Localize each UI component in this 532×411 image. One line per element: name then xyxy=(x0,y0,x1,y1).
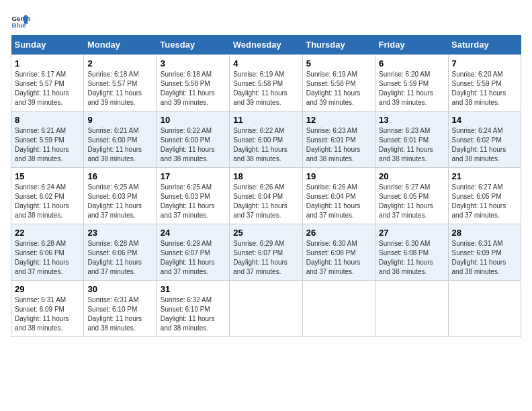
logo-icon: General Blue xyxy=(11,11,30,30)
calendar-week-1: 1 Sunrise: 6:17 AMSunset: 5:57 PMDayligh… xyxy=(11,55,521,111)
calendar-cell xyxy=(302,281,375,337)
calendar-cell xyxy=(448,281,521,337)
calendar-cell: 25 Sunrise: 6:29 AMSunset: 6:07 PMDaylig… xyxy=(230,224,302,281)
logo: General Blue xyxy=(11,11,30,30)
column-header-sunday: Sunday xyxy=(11,35,84,55)
calendar-table: SundayMondayTuesdayWednesdayThursdayFrid… xyxy=(11,35,521,337)
day-number: 6 xyxy=(379,58,444,68)
day-info: Sunrise: 6:18 AMSunset: 5:57 PMDaylight:… xyxy=(87,71,142,106)
calendar-cell: 9 Sunrise: 6:21 AMSunset: 6:00 PMDayligh… xyxy=(84,111,157,168)
calendar-week-2: 8 Sunrise: 6:21 AMSunset: 5:59 PMDayligh… xyxy=(11,111,521,168)
calendar-cell: 19 Sunrise: 6:26 AMSunset: 6:04 PMDaylig… xyxy=(302,168,375,224)
day-info: Sunrise: 6:17 AMSunset: 5:57 PMDaylight:… xyxy=(15,71,69,106)
calendar-cell: 28 Sunrise: 6:31 AMSunset: 6:09 PMDaylig… xyxy=(448,224,521,281)
day-info: Sunrise: 6:23 AMSunset: 6:01 PMDaylight:… xyxy=(306,127,361,163)
day-number: 9 xyxy=(87,115,152,125)
day-number: 31 xyxy=(161,284,226,294)
calendar-cell: 29 Sunrise: 6:31 AMSunset: 6:09 PMDaylig… xyxy=(11,281,84,337)
day-info: Sunrise: 6:21 AMSunset: 5:59 PMDaylight:… xyxy=(15,127,69,163)
page-header: General Blue xyxy=(11,11,521,30)
day-number: 21 xyxy=(452,171,517,181)
day-number: 18 xyxy=(233,171,298,181)
day-info: Sunrise: 6:21 AMSunset: 6:00 PMDaylight:… xyxy=(87,127,142,163)
calendar-week-4: 22 Sunrise: 6:28 AMSunset: 6:06 PMDaylig… xyxy=(11,224,521,281)
calendar-cell: 22 Sunrise: 6:28 AMSunset: 6:06 PMDaylig… xyxy=(11,224,84,281)
calendar-cell: 7 Sunrise: 6:20 AMSunset: 5:59 PMDayligh… xyxy=(448,55,521,111)
day-number: 23 xyxy=(87,228,152,238)
day-info: Sunrise: 6:24 AMSunset: 6:02 PMDaylight:… xyxy=(15,183,69,219)
calendar-cell: 30 Sunrise: 6:31 AMSunset: 6:10 PMDaylig… xyxy=(84,281,157,337)
day-number: 8 xyxy=(15,115,80,125)
day-number: 2 xyxy=(87,58,152,68)
day-info: Sunrise: 6:23 AMSunset: 6:01 PMDaylight:… xyxy=(379,127,433,163)
header-row: SundayMondayTuesdayWednesdayThursdayFrid… xyxy=(11,35,521,55)
day-info: Sunrise: 6:28 AMSunset: 6:06 PMDaylight:… xyxy=(15,240,69,275)
day-info: Sunrise: 6:18 AMSunset: 5:58 PMDaylight:… xyxy=(161,71,215,106)
day-info: Sunrise: 6:20 AMSunset: 5:59 PMDaylight:… xyxy=(452,71,506,106)
day-info: Sunrise: 6:29 AMSunset: 6:07 PMDaylight:… xyxy=(233,240,287,275)
column-header-thursday: Thursday xyxy=(302,35,375,55)
day-number: 3 xyxy=(161,58,226,68)
calendar-cell: 11 Sunrise: 6:22 AMSunset: 6:00 PMDaylig… xyxy=(230,111,302,168)
calendar-cell: 18 Sunrise: 6:26 AMSunset: 6:04 PMDaylig… xyxy=(230,168,302,224)
day-number: 14 xyxy=(452,115,517,125)
calendar-cell xyxy=(230,281,302,337)
column-header-saturday: Saturday xyxy=(448,35,521,55)
day-info: Sunrise: 6:22 AMSunset: 6:00 PMDaylight:… xyxy=(161,127,215,163)
calendar-cell: 13 Sunrise: 6:23 AMSunset: 6:01 PMDaylig… xyxy=(375,111,448,168)
calendar-cell: 6 Sunrise: 6:20 AMSunset: 5:59 PMDayligh… xyxy=(375,55,448,111)
column-header-friday: Friday xyxy=(375,35,448,55)
calendar-cell: 5 Sunrise: 6:19 AMSunset: 5:58 PMDayligh… xyxy=(302,55,375,111)
calendar-cell: 14 Sunrise: 6:24 AMSunset: 6:02 PMDaylig… xyxy=(448,111,521,168)
day-number: 12 xyxy=(306,115,371,125)
column-header-monday: Monday xyxy=(84,35,157,55)
day-number: 4 xyxy=(233,58,298,68)
calendar-cell: 8 Sunrise: 6:21 AMSunset: 5:59 PMDayligh… xyxy=(11,111,84,168)
calendar-cell: 1 Sunrise: 6:17 AMSunset: 5:57 PMDayligh… xyxy=(11,55,84,111)
day-number: 5 xyxy=(306,58,371,68)
day-info: Sunrise: 6:20 AMSunset: 5:59 PMDaylight:… xyxy=(379,71,433,106)
calendar-cell: 27 Sunrise: 6:30 AMSunset: 6:08 PMDaylig… xyxy=(375,224,448,281)
day-number: 22 xyxy=(15,228,80,238)
day-number: 29 xyxy=(15,284,80,294)
calendar-cell: 17 Sunrise: 6:25 AMSunset: 6:03 PMDaylig… xyxy=(157,168,229,224)
day-number: 1 xyxy=(15,58,80,68)
day-number: 16 xyxy=(87,171,152,181)
day-number: 20 xyxy=(379,171,444,181)
day-number: 28 xyxy=(452,228,517,238)
day-info: Sunrise: 6:25 AMSunset: 6:03 PMDaylight:… xyxy=(87,183,142,219)
calendar-cell: 24 Sunrise: 6:29 AMSunset: 6:07 PMDaylig… xyxy=(157,224,229,281)
calendar-cell: 31 Sunrise: 6:32 AMSunset: 6:10 PMDaylig… xyxy=(157,281,229,337)
calendar-cell: 2 Sunrise: 6:18 AMSunset: 5:57 PMDayligh… xyxy=(84,55,157,111)
day-info: Sunrise: 6:28 AMSunset: 6:06 PMDaylight:… xyxy=(87,240,142,275)
calendar-cell: 26 Sunrise: 6:30 AMSunset: 6:08 PMDaylig… xyxy=(302,224,375,281)
day-number: 26 xyxy=(306,228,371,238)
day-info: Sunrise: 6:19 AMSunset: 5:58 PMDaylight:… xyxy=(233,71,287,106)
calendar-week-5: 29 Sunrise: 6:31 AMSunset: 6:09 PMDaylig… xyxy=(11,281,521,337)
day-number: 17 xyxy=(161,171,226,181)
day-number: 27 xyxy=(379,228,444,238)
day-info: Sunrise: 6:26 AMSunset: 6:04 PMDaylight:… xyxy=(306,183,361,219)
day-number: 10 xyxy=(161,115,226,125)
day-info: Sunrise: 6:31 AMSunset: 6:09 PMDaylight:… xyxy=(15,296,69,332)
day-number: 25 xyxy=(233,228,298,238)
day-info: Sunrise: 6:30 AMSunset: 6:08 PMDaylight:… xyxy=(379,240,433,275)
day-info: Sunrise: 6:29 AMSunset: 6:07 PMDaylight:… xyxy=(161,240,215,275)
day-info: Sunrise: 6:31 AMSunset: 6:09 PMDaylight:… xyxy=(452,240,506,275)
day-number: 13 xyxy=(379,115,444,125)
day-number: 15 xyxy=(15,171,80,181)
day-number: 11 xyxy=(233,115,298,125)
calendar-cell: 20 Sunrise: 6:27 AMSunset: 6:05 PMDaylig… xyxy=(375,168,448,224)
calendar-cell: 12 Sunrise: 6:23 AMSunset: 6:01 PMDaylig… xyxy=(302,111,375,168)
column-header-wednesday: Wednesday xyxy=(230,35,302,55)
calendar-cell: 15 Sunrise: 6:24 AMSunset: 6:02 PMDaylig… xyxy=(11,168,84,224)
day-number: 19 xyxy=(306,171,371,181)
calendar-cell: 21 Sunrise: 6:27 AMSunset: 6:05 PMDaylig… xyxy=(448,168,521,224)
day-number: 30 xyxy=(87,284,152,294)
day-info: Sunrise: 6:25 AMSunset: 6:03 PMDaylight:… xyxy=(161,183,215,219)
calendar-cell: 23 Sunrise: 6:28 AMSunset: 6:06 PMDaylig… xyxy=(84,224,157,281)
calendar-cell xyxy=(375,281,448,337)
day-info: Sunrise: 6:30 AMSunset: 6:08 PMDaylight:… xyxy=(306,240,361,275)
day-info: Sunrise: 6:26 AMSunset: 6:04 PMDaylight:… xyxy=(233,183,287,219)
day-info: Sunrise: 6:24 AMSunset: 6:02 PMDaylight:… xyxy=(452,127,506,163)
